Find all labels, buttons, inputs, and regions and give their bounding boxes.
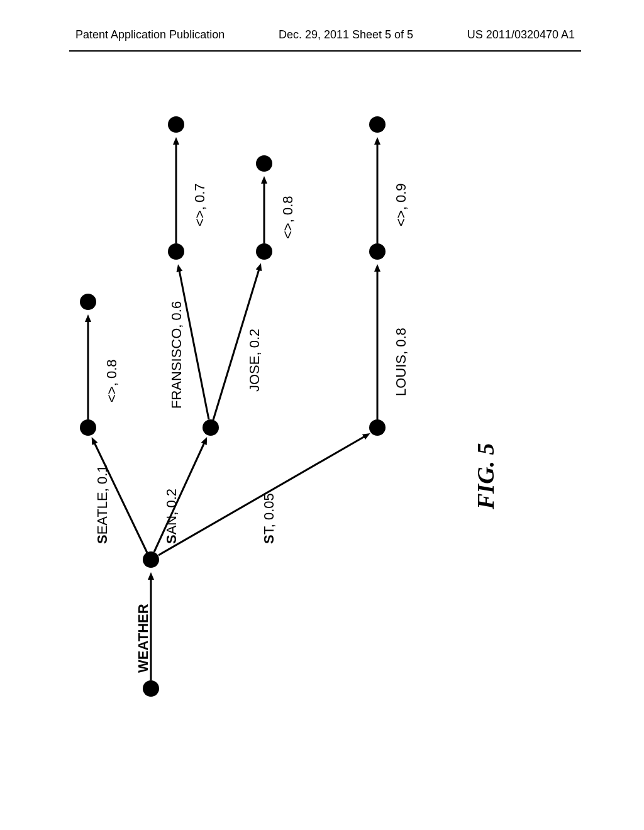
label-seatle-prefix: S — [94, 534, 110, 544]
label-end4: <>, 0.9 — [393, 183, 409, 226]
label-st: ST, 0.05 — [261, 493, 277, 544]
label-end3: <>, 0.8 — [280, 196, 296, 239]
label-weather: WEATHER — [135, 604, 152, 673]
node-san-end — [203, 419, 219, 436]
node-jose-end — [256, 243, 272, 260]
node-seatle-end — [80, 419, 96, 436]
label-end1: <>, 0.8 — [104, 359, 120, 402]
node-weather-end — [143, 551, 159, 568]
node-louis-end — [369, 243, 386, 260]
header-left: Patent Application Publication — [75, 28, 225, 42]
label-louis: LOUIS, 0.8 — [393, 328, 409, 396]
label-san-prefix: S — [164, 534, 179, 544]
label-san-rest: AN, 0.2 — [164, 489, 179, 534]
label-seatle: SEATLE, 0.1 — [94, 465, 111, 544]
header-rule — [69, 50, 581, 52]
label-st-prefix: S — [261, 534, 277, 544]
node-fransisco-final — [168, 116, 184, 133]
label-san: SAN, 0.2 — [164, 489, 180, 544]
label-st-rest: T, 0.05 — [261, 493, 277, 534]
figure-label: FIG. 5 — [472, 443, 499, 509]
node-st-end — [369, 419, 386, 436]
node-start — [143, 680, 159, 697]
header-center: Dec. 29, 2011 Sheet 5 of 5 — [279, 28, 413, 42]
node-seatle-final — [80, 294, 96, 310]
node-fransisco-end — [168, 243, 184, 260]
label-seatle-rest: EATLE, 0.1 — [94, 465, 110, 534]
header-right: US 2011/0320470 A1 — [467, 28, 575, 42]
node-jose-final — [256, 155, 272, 172]
page-header: Patent Application Publication Dec. 29, … — [0, 28, 644, 42]
node-louis-final — [369, 116, 386, 133]
label-jose: JOSE, 0.2 — [247, 329, 263, 392]
graph-diagram: WEATHER SEATLE, 0.1 SAN, 0.2 ST, 0.05 FR… — [69, 94, 560, 723]
label-fransisco: FRANSISCO, 0.6 — [169, 301, 185, 409]
label-end2: <>, 0.7 — [192, 183, 208, 226]
